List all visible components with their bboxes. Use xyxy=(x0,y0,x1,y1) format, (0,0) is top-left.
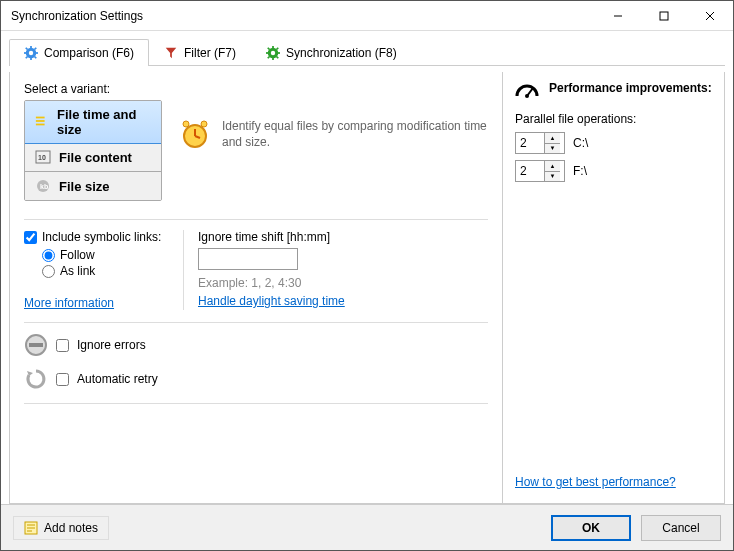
gear-blue-icon xyxy=(24,46,38,60)
auto-retry-checkbox[interactable] xyxy=(56,373,69,386)
timeshift-example: Example: 1, 2, 4:30 xyxy=(198,276,488,290)
svg-point-39 xyxy=(525,94,529,98)
svg-text:kb: kb xyxy=(40,183,48,190)
spinner-up[interactable]: ▲ xyxy=(545,133,560,144)
parallel-value-c[interactable] xyxy=(516,133,544,153)
parallel-spinner-f[interactable]: ▲ ▼ xyxy=(515,160,565,182)
svg-rect-26 xyxy=(36,124,45,126)
time-size-icon xyxy=(35,114,49,130)
spinner-down[interactable]: ▼ xyxy=(545,172,560,182)
svg-line-22 xyxy=(277,48,279,50)
svg-line-21 xyxy=(277,57,279,59)
more-information-link[interactable]: More information xyxy=(24,296,114,310)
svg-rect-1 xyxy=(660,12,668,20)
add-notes-button[interactable]: Add notes xyxy=(13,516,109,540)
svg-point-15 xyxy=(271,51,275,55)
spinner-down[interactable]: ▼ xyxy=(545,144,560,154)
svg-rect-24 xyxy=(36,117,45,119)
gauge-icon xyxy=(515,78,539,98)
cancel-button[interactable]: Cancel xyxy=(641,515,721,541)
svg-line-13 xyxy=(26,57,28,59)
svg-line-12 xyxy=(35,48,37,50)
parallel-spinner-c[interactable]: ▲ ▼ xyxy=(515,132,565,154)
svg-line-23 xyxy=(268,57,270,59)
retry-icon xyxy=(24,367,48,391)
parallel-value-f[interactable] xyxy=(516,161,544,181)
symlink-follow-radio[interactable] xyxy=(42,249,55,262)
variant-size[interactable]: kb File size xyxy=(25,172,161,200)
svg-point-5 xyxy=(29,51,33,55)
window-title: Synchronization Settings xyxy=(11,9,595,23)
performance-header: Performance improvements: xyxy=(549,81,712,95)
notes-icon xyxy=(24,521,38,535)
tab-filter[interactable]: Filter (F7) xyxy=(149,39,251,66)
size-icon: kb xyxy=(35,178,51,194)
svg-rect-37 xyxy=(29,343,43,347)
svg-text:10: 10 xyxy=(38,154,46,161)
variant-content[interactable]: 10 File content xyxy=(25,143,161,172)
minimize-button[interactable] xyxy=(595,1,641,30)
auto-retry-label: Automatic retry xyxy=(77,372,158,386)
maximize-button[interactable] xyxy=(641,1,687,30)
timeshift-input[interactable] xyxy=(198,248,298,270)
timeshift-label: Ignore time shift [hh:mm] xyxy=(198,230,488,244)
ok-button[interactable]: OK xyxy=(551,515,631,541)
tab-label: Comparison (F6) xyxy=(44,46,134,60)
binary-icon: 10 xyxy=(35,149,51,165)
gear-green-icon xyxy=(266,46,280,60)
parallel-row-f: ▲ ▼ F:\ xyxy=(515,160,712,182)
variant-description: Identify equal files by comparing modifi… xyxy=(222,119,488,150)
ignore-errors-icon xyxy=(24,333,48,357)
svg-line-11 xyxy=(35,57,37,59)
variant-time-size[interactable]: File time and size xyxy=(24,100,162,144)
svg-point-34 xyxy=(183,121,189,127)
parallel-ops-label: Parallel file operations: xyxy=(515,112,712,126)
ignore-errors-label: Ignore errors xyxy=(77,338,146,352)
funnel-icon xyxy=(164,46,178,60)
svg-line-10 xyxy=(26,48,28,50)
drive-label-c: C:\ xyxy=(573,136,588,150)
best-performance-link[interactable]: How to get best performance? xyxy=(515,475,712,489)
close-button[interactable] xyxy=(687,1,733,30)
symlink-aslink-label: As link xyxy=(60,264,95,278)
drive-label-f: F:\ xyxy=(573,164,587,178)
include-symlinks-checkbox[interactable] xyxy=(24,231,37,244)
tab-label: Filter (F7) xyxy=(184,46,236,60)
svg-point-35 xyxy=(201,121,207,127)
variant-label: File time and size xyxy=(57,107,151,137)
symlink-aslink-radio[interactable] xyxy=(42,265,55,278)
tab-synchronization[interactable]: Synchronization (F8) xyxy=(251,39,412,66)
dst-link[interactable]: Handle daylight saving time xyxy=(198,294,345,308)
ignore-errors-checkbox[interactable] xyxy=(56,339,69,352)
select-variant-label: Select a variant: xyxy=(24,82,488,96)
alarm-clock-icon xyxy=(178,118,212,152)
svg-line-20 xyxy=(268,48,270,50)
ok-label: OK xyxy=(582,521,600,535)
include-symlinks-label: Include symbolic links: xyxy=(42,230,161,244)
tab-label: Synchronization (F8) xyxy=(286,46,397,60)
spinner-up[interactable]: ▲ xyxy=(545,161,560,172)
variant-label: File size xyxy=(59,179,110,194)
svg-rect-25 xyxy=(36,120,45,122)
cancel-label: Cancel xyxy=(662,521,699,535)
variant-label: File content xyxy=(59,150,132,165)
add-notes-label: Add notes xyxy=(44,521,98,535)
symlink-follow-label: Follow xyxy=(60,248,95,262)
parallel-row-c: ▲ ▼ C:\ xyxy=(515,132,712,154)
tab-comparison[interactable]: Comparison (F6) xyxy=(9,39,149,66)
